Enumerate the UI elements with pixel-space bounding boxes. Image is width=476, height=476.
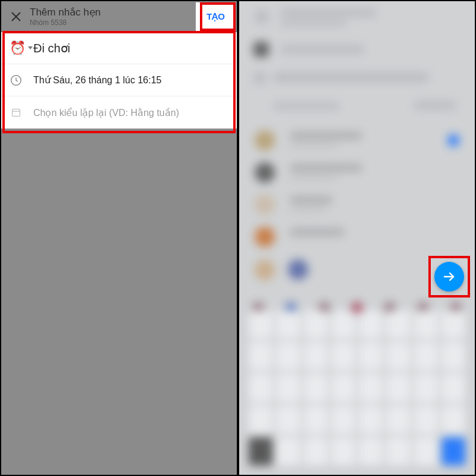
reminder-datetime-row[interactable]: Thứ Sáu, 26 tháng 1 lúc 16:15 (1, 64, 237, 96)
create-button[interactable]: TẠO (196, 2, 236, 31)
chevron-down-icon (28, 46, 33, 49)
header-title: Thêm nhắc hẹn (30, 6, 101, 18)
arrow-right-icon (442, 270, 456, 284)
reminder-card: ⏰ Đi chơi Thứ Sáu, 26 tháng 1 lúc 16:15 (1, 32, 237, 129)
next-fab[interactable] (434, 262, 464, 292)
reminder-repeat-placeholder: Chọn kiểu lặp lại (VD: Hằng tuần) (33, 107, 228, 118)
repeat-icon (10, 106, 33, 119)
reminder-title-input[interactable]: Đi chơi (33, 41, 228, 55)
right-pane (238, 0, 476, 476)
header-titles: Thêm nhắc hẹn Nhóm 5538 (30, 6, 101, 27)
left-pane: Thêm nhắc hẹn Nhóm 5538 TẠO ⏰ Đi chơi (0, 0, 238, 476)
create-button-label: TẠO (206, 11, 225, 22)
reminder-datetime-value: Thứ Sáu, 26 tháng 1 lúc 16:15 (33, 74, 228, 86)
close-icon (10, 11, 22, 23)
left-header: Thêm nhắc hẹn Nhóm 5538 TẠO (1, 1, 237, 32)
header-subtitle: Nhóm 5538 (30, 18, 101, 27)
alarm-icon: ⏰ (10, 42, 33, 55)
right-blurred-content (240, 2, 474, 474)
svg-rect-1 (12, 109, 20, 117)
reminder-title-row[interactable]: ⏰ Đi chơi (1, 32, 237, 64)
reminder-repeat-row[interactable]: Chọn kiểu lặp lại (VD: Hằng tuần) (1, 96, 237, 129)
clock-icon (10, 74, 33, 87)
close-button[interactable] (6, 7, 26, 27)
